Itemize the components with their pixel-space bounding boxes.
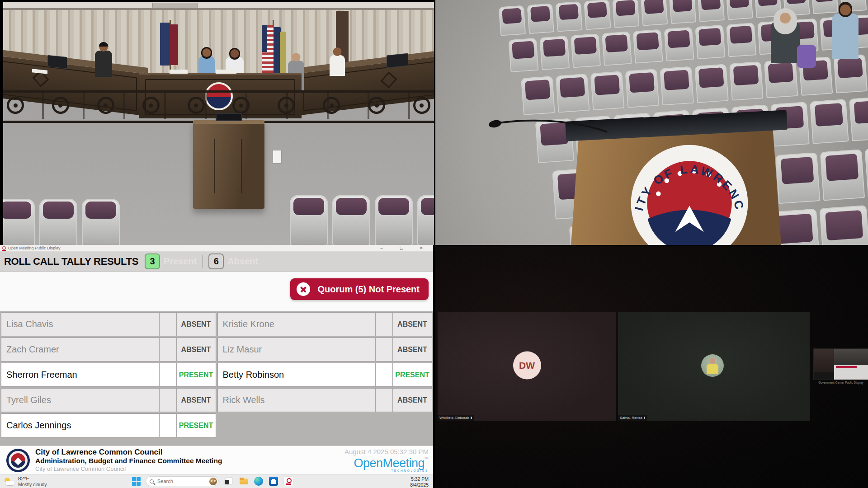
ceiling-vent [152, 3, 198, 8]
city-of-lawrence-logo [6, 449, 30, 472]
member-name: Zach Cramer [1, 338, 160, 361]
vote-cell [160, 313, 177, 336]
chair [555, 1, 582, 32]
member-name: Betty Robinson [218, 363, 376, 386]
chair [290, 195, 328, 245]
chair [729, 61, 764, 101]
search-icon [150, 479, 154, 483]
person-councilwoman-right [330, 55, 345, 76]
minimize-button[interactable]: – [372, 245, 392, 251]
edge-browser-button[interactable] [254, 476, 264, 486]
chair [694, 64, 729, 103]
taskbar-weather-widget[interactable]: 82°F Mostly cloudy [4, 476, 47, 487]
city-seal-podium: CITY OF LAWRENCE [630, 144, 749, 245]
member-status: ABSENT [393, 313, 432, 336]
search-input[interactable] [156, 478, 209, 484]
chair [539, 36, 570, 70]
weather-texts: 82°F Mostly cloudy [18, 476, 47, 487]
vote-cell [376, 338, 393, 361]
city-flag [160, 23, 170, 66]
video-conference-area: DW Whitfield, Deborah Salvia, Renea Gove… [434, 245, 868, 488]
front-chair-row-left [3, 199, 120, 245]
microsoft-store-button[interactable] [269, 476, 278, 486]
rollcall-header: ROLL CALL TALLY RESULTS 3 Present 6 Abse… [0, 252, 433, 272]
openmeeting-taskbar-button[interactable] [283, 476, 293, 486]
papers [216, 70, 236, 74]
chair [633, 29, 663, 64]
screen: CITY OF LAWRENCE Open Meeting Public Dis… [0, 0, 868, 488]
chair [332, 195, 370, 245]
chair [612, 0, 639, 28]
city-flag-2 [170, 24, 178, 65]
start-button[interactable] [132, 477, 141, 486]
video-tile-whitfield: DW Whitfield, Deborah [438, 312, 616, 421]
camera-audience: CITY OF LAWRENCE [434, 0, 868, 245]
pip-frame-c [834, 365, 868, 380]
vote-cell [160, 363, 177, 386]
vote-cell [376, 389, 393, 412]
maximize-button[interactable]: ▢ [392, 245, 411, 251]
file-explorer-button[interactable] [239, 476, 249, 486]
laptop [47, 55, 67, 69]
chair [669, 0, 696, 24]
front-chair-row-right [290, 195, 434, 245]
footer-right: August 4 2025 05:32:30 PM OpenMeeting™ T… [344, 448, 429, 472]
participant-name: Salvia, Renea [620, 416, 642, 420]
chair [527, 3, 554, 34]
task-view-button[interactable] [224, 476, 234, 486]
chair [811, 0, 838, 14]
speaker-podium [193, 120, 264, 209]
taskbar-clock[interactable]: 5:32 PM 8/4/2025 [410, 476, 429, 488]
attendee-blue-shirt [832, 14, 859, 59]
participant-label: Salvia, Renea [618, 415, 647, 421]
chair [820, 205, 868, 245]
quorum-row: Quorum (5) Not Present [0, 272, 433, 311]
avatar-initials: DW [513, 352, 541, 380]
papers [170, 70, 188, 74]
roll-call-row: Lisa ChavisABSENT [1, 312, 216, 336]
close-button[interactable]: ✕ [411, 245, 431, 251]
participant-name: Whitfield, Deborah [439, 416, 469, 420]
member-status: ABSENT [177, 389, 216, 412]
roster-column-left: Lisa ChavisABSENTZach CramerABSENTSherro… [1, 312, 216, 445]
weather-temp: 82°F [18, 476, 47, 482]
railing-rings [7, 97, 430, 114]
taskbar-center [132, 476, 293, 486]
taskbar-search[interactable] [146, 476, 219, 486]
footer-org: City of Lawrence Common Council [35, 448, 344, 457]
railing-ring-ornament [413, 97, 430, 114]
pip-preview[interactable] [813, 348, 868, 380]
chair [664, 27, 694, 61]
roster-column-right: Kristie KroneABSENTLiz MasurABSENTBetty … [217, 312, 433, 445]
chair [865, 146, 868, 197]
chair [641, 0, 668, 26]
weather-icon [4, 477, 15, 487]
railing-ring-ornament [232, 97, 250, 114]
roll-call-row: Liz MasurABSENT [217, 338, 433, 361]
chair [820, 149, 865, 201]
clock-time: 5:32 PM [410, 476, 429, 482]
present-label: Present [164, 256, 197, 267]
quorum-status-badge: Quorum (5) Not Present [290, 278, 429, 300]
chair [82, 199, 120, 245]
railing-ring-ornament [188, 97, 205, 114]
roll-call-table: Lisa ChavisABSENTZach CramerABSENTSherro… [0, 311, 433, 446]
member-status: PRESENT [177, 414, 216, 437]
chair [509, 38, 539, 72]
chair [417, 195, 434, 245]
rollcall-title: ROLL CALL TALLY RESULTS [4, 256, 138, 267]
railing-ring-ornament [7, 97, 24, 114]
pip-caption: Government Center Public Display [813, 381, 868, 384]
clock-date: 8/4/2025 [410, 482, 429, 488]
chair [39, 199, 77, 245]
member-name: Carlos Jennings [1, 414, 160, 437]
absent-label: Absent [227, 256, 258, 267]
member-status: ABSENT [393, 338, 432, 361]
railing-ring-ornament [368, 97, 385, 114]
sign-small [273, 150, 282, 164]
windows-taskbar: 82°F Mostly cloudy 5:32 PM 8/4/2025 [0, 474, 433, 488]
roll-call-row: Sherron FreemanPRESENT [1, 363, 216, 387]
chair [3, 199, 35, 245]
vote-cell [160, 414, 177, 437]
us-flag-canton [262, 25, 267, 52]
